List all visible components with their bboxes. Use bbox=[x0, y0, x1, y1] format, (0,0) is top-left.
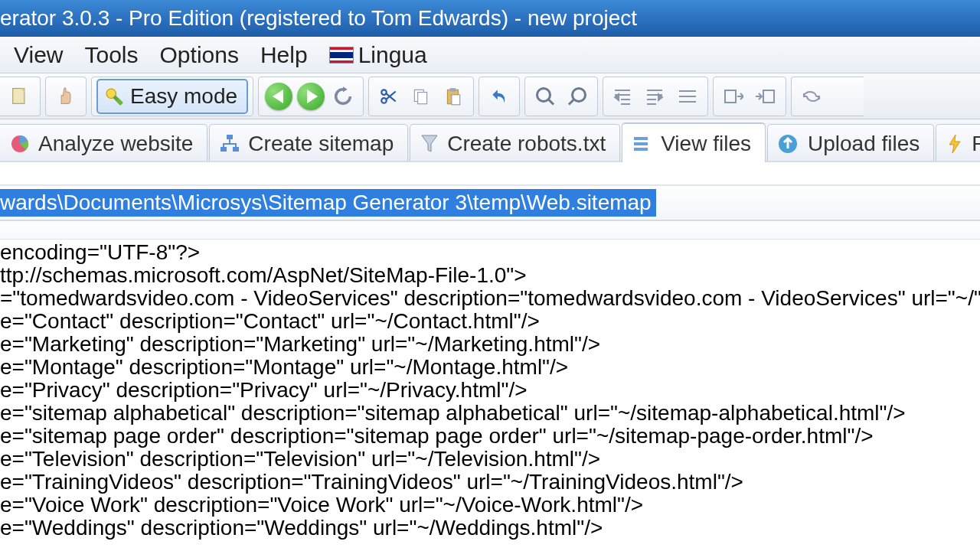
file-line: encoding="UTF-8"?> bbox=[0, 241, 980, 264]
spacer bbox=[0, 221, 980, 240]
toolbar: Easy mode bbox=[0, 73, 980, 119]
file-path-bar: wards\Documents\Microsys\Sitemap Generat… bbox=[0, 185, 980, 221]
window-title: erator 3.0.3 - Pro Edition (registered t… bbox=[0, 6, 637, 31]
paste-icon bbox=[443, 86, 463, 106]
find-button[interactable] bbox=[530, 81, 560, 112]
tab-label: View files bbox=[661, 132, 751, 156]
file-line: e="sitemap page order" description="site… bbox=[0, 425, 980, 448]
export-button[interactable] bbox=[718, 81, 749, 112]
tab-label: Create sitemap bbox=[248, 132, 394, 156]
file-path[interactable]: wards\Documents\Microsys\Sitemap Generat… bbox=[0, 189, 656, 217]
svg-rect-8 bbox=[452, 94, 460, 104]
funnel-icon bbox=[420, 133, 439, 155]
tab-label: P bbox=[972, 132, 980, 156]
nav-back-button[interactable] bbox=[263, 81, 294, 112]
svg-rect-10 bbox=[763, 90, 774, 103]
menubar: View Tools Options Help Lingua bbox=[0, 37, 980, 73]
paste-button[interactable] bbox=[438, 81, 469, 112]
indent-right-button[interactable] bbox=[640, 81, 671, 112]
tab-view-files[interactable]: View files bbox=[622, 122, 766, 162]
refresh-button[interactable] bbox=[328, 81, 358, 112]
import-button[interactable] bbox=[750, 81, 781, 112]
svg-rect-5 bbox=[418, 92, 427, 103]
files-icon bbox=[632, 134, 653, 154]
window-titlebar: erator 3.0.3 - Pro Edition (registered t… bbox=[0, 0, 980, 37]
menu-lingua[interactable]: Lingua bbox=[329, 42, 427, 68]
search-icon bbox=[535, 86, 555, 106]
arrow-right-icon bbox=[297, 83, 325, 110]
file-line: e="Montage" description="Montage" url="~… bbox=[0, 356, 980, 379]
sync-icon bbox=[801, 87, 822, 106]
tab-upload-files[interactable]: Upload files bbox=[767, 124, 934, 161]
sitemap-icon bbox=[219, 133, 240, 155]
file-line: ttp://schemas.microsoft.com/AspNet/SiteM… bbox=[0, 264, 980, 287]
svg-rect-7 bbox=[450, 88, 456, 91]
menu-lingua-label: Lingua bbox=[358, 42, 427, 68]
import-icon bbox=[756, 87, 776, 106]
nav-forward-button[interactable] bbox=[296, 81, 326, 112]
tab-label: Upload files bbox=[808, 132, 920, 156]
format-button[interactable] bbox=[672, 81, 703, 112]
svg-rect-14 bbox=[233, 147, 239, 152]
tab-analyze-website[interactable]: Analyze website bbox=[0, 124, 207, 161]
tab-label: Analyze website bbox=[38, 132, 193, 156]
file-line: e="Contact" description="Contact" url="~… bbox=[0, 310, 980, 333]
tab-create-robots[interactable]: Create robots.txt bbox=[410, 124, 620, 161]
menu-help[interactable]: Help bbox=[260, 42, 308, 68]
tab-label: Create robots.txt bbox=[447, 132, 606, 156]
pie-chart-icon bbox=[9, 133, 31, 155]
lightning-icon bbox=[946, 133, 964, 155]
tabbar: Analyze website Create sitemap Create ro… bbox=[0, 119, 980, 162]
upload-icon bbox=[777, 133, 800, 155]
easy-mode-button[interactable]: Easy mode bbox=[96, 79, 248, 114]
file-line: e="sitemap alphabetical" description="si… bbox=[0, 402, 980, 425]
search-next-icon bbox=[567, 86, 587, 106]
spacer bbox=[0, 162, 980, 185]
thumb-button[interactable] bbox=[51, 81, 81, 112]
svg-rect-17 bbox=[634, 148, 648, 151]
list-icon bbox=[678, 88, 697, 105]
export-icon bbox=[724, 87, 743, 106]
file-line: e="Marketing" description="Marketing" ur… bbox=[0, 333, 980, 356]
uk-flag-icon bbox=[329, 47, 354, 64]
file-line: e="Television" description="Television" … bbox=[0, 448, 980, 471]
file-line: e="TrainingVideos" description="Training… bbox=[0, 471, 980, 494]
svg-rect-0 bbox=[13, 88, 24, 103]
menu-tools[interactable]: Tools bbox=[84, 42, 138, 68]
file-line: e="Voice Work" description="Voice Work" … bbox=[0, 494, 980, 517]
svg-rect-12 bbox=[227, 135, 233, 139]
arrow-left-icon bbox=[265, 83, 292, 110]
copy-button[interactable] bbox=[406, 81, 436, 112]
tab-create-sitemap[interactable]: Create sitemap bbox=[209, 124, 408, 161]
svg-rect-9 bbox=[725, 90, 736, 103]
tab-partial[interactable]: P bbox=[936, 124, 980, 161]
new-project-button[interactable] bbox=[5, 81, 35, 112]
find-next-button[interactable] bbox=[562, 81, 593, 112]
scissors-icon bbox=[379, 86, 399, 106]
file-line: e="Weddings" description="Weddings" url=… bbox=[0, 517, 980, 540]
extra-button[interactable] bbox=[828, 81, 859, 112]
undo-button[interactable] bbox=[484, 81, 514, 112]
indent-left-button[interactable] bbox=[608, 81, 639, 112]
easy-mode-icon bbox=[103, 85, 126, 108]
indent-icon bbox=[645, 88, 665, 105]
cut-button[interactable] bbox=[374, 81, 404, 112]
easy-mode-label: Easy mode bbox=[130, 84, 237, 109]
svg-rect-13 bbox=[220, 147, 227, 152]
copy-icon bbox=[411, 86, 431, 106]
refresh-icon bbox=[332, 86, 354, 107]
file-line: e="Privacy" description="Privacy" url="~… bbox=[0, 379, 980, 402]
menu-options[interactable]: Options bbox=[160, 42, 239, 68]
file-content[interactable]: encoding="UTF-8"?> ttp://schemas.microso… bbox=[0, 240, 980, 540]
sync-button[interactable] bbox=[796, 81, 827, 112]
menu-view[interactable]: View bbox=[14, 42, 63, 68]
outdent-icon bbox=[613, 88, 633, 105]
undo-icon bbox=[488, 86, 510, 106]
svg-rect-15 bbox=[634, 137, 648, 140]
svg-rect-16 bbox=[634, 142, 648, 145]
file-line: ="tomedwardsvideo.com - VideoServices" d… bbox=[0, 287, 980, 310]
